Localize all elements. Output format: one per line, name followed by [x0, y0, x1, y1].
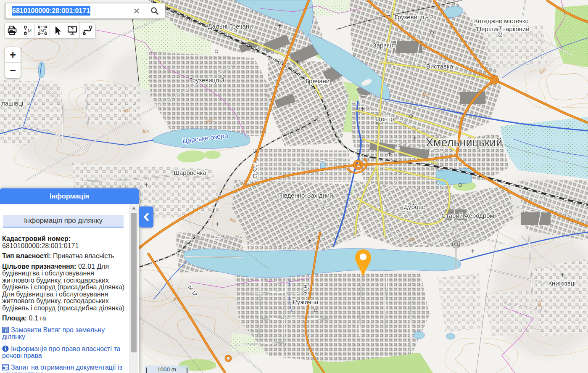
- search-icon: [150, 6, 159, 16]
- scale-bar: 1000 m: [145, 365, 189, 373]
- printer-icon: [6, 24, 18, 36]
- measure-distance-tool-button[interactable]: M: [20, 23, 35, 38]
- link-text: Замовити Витяг про земельну ділянку: [2, 326, 105, 341]
- map-label: Ружична: [293, 298, 319, 305]
- documentation-request-link[interactable]: Запит на отримання документації із земле…: [2, 364, 126, 373]
- map-label: Дальні Гречани: [208, 23, 253, 30]
- info-panel-header: Інформація: [0, 188, 139, 204]
- map-label: Н-03: [302, 285, 308, 296]
- svg-text:M: M: [28, 28, 32, 33]
- chevron-left-icon: [143, 213, 150, 221]
- info-circle-icon: [2, 345, 9, 352]
- map-label: Заріччя: [373, 42, 395, 49]
- app: { "search": { "value": "6810100000:28:00…: [0, 0, 588, 373]
- search-bar: 6810100000:28:001:0171 ×: [5, 3, 165, 19]
- svg-text:2: 2: [43, 27, 45, 30]
- field-label: Цільове призначення:: [2, 263, 76, 270]
- map-label: Т-23-11: [252, 161, 258, 178]
- info-panel-body: Інформація про ділянку Кадастровий номер…: [0, 204, 139, 373]
- map-label: Грузевиця - 2: [395, 13, 434, 21]
- parcel-links: Замовити Витяг про земельну ділянку Інфо…: [2, 327, 126, 373]
- field-label: Площа:: [2, 315, 27, 322]
- map-label: Дубове: [403, 203, 425, 210]
- map-label: Гречани: [306, 77, 330, 85]
- field-designated-purpose: Цільове призначення: 02.01 Для будівницт…: [2, 263, 126, 312]
- field-value: 0.1 га: [29, 315, 46, 322]
- link-text: Запит на отримання документації із земле…: [2, 364, 122, 373]
- route-tool-button[interactable]: [80, 23, 95, 38]
- document-list-icon: [2, 327, 9, 333]
- field-value: Приватна власність: [53, 252, 114, 259]
- map-label: Н-03: [497, 26, 503, 37]
- plus-icon: +: [10, 49, 16, 61]
- zoom-control: + −: [5, 47, 21, 78]
- zoom-in-button[interactable]: +: [5, 47, 21, 63]
- map-label: Котеджне містечко: [474, 17, 529, 24]
- ownership-info-link[interactable]: Інформація про право власності та речові…: [2, 345, 126, 360]
- field-cadastral-number: Кадастровий номер: 6810100000:28:001:017…: [2, 235, 126, 249]
- scrollbar-thumb[interactable]: [131, 213, 137, 352]
- print-tool-button[interactable]: [5, 23, 20, 38]
- parcel-info-subheader: Інформація про ділянку: [3, 215, 124, 228]
- search-input[interactable]: 6810100000:28:001:0171: [5, 3, 129, 19]
- select-cursor-tool-button[interactable]: [50, 23, 65, 38]
- field-value: 6810100000:28:001:0171: [2, 242, 79, 249]
- scale-bar-label: 1000 m: [157, 366, 176, 373]
- parcel-fields: Кадастровий номер: 6810100000:28:001:017…: [2, 235, 126, 322]
- search-button[interactable]: [144, 3, 165, 19]
- scroll-up-button[interactable]: [130, 204, 138, 212]
- field-value: 02.01 Для будівництва і обслуговування ж…: [2, 263, 124, 312]
- order-extract-link[interactable]: Замовити Витяг про земельну ділянку: [2, 327, 126, 341]
- map-label: Старий Аеродром: [441, 212, 494, 219]
- search-value: 6810100000:28:001:0171: [12, 6, 90, 16]
- measure-area-tool-button[interactable]: M 2: [35, 23, 50, 38]
- map-label: Книжківці: [548, 280, 575, 287]
- field-ownership-type: Тип власності: Приватна власність: [2, 253, 126, 260]
- map-label: Хмельницький: [426, 136, 502, 149]
- close-icon: ×: [134, 6, 139, 16]
- identify-tool-button[interactable]: ?: [65, 23, 80, 38]
- minus-icon: −: [10, 64, 16, 77]
- triangle-up-icon: [132, 207, 136, 209]
- info-panel-title: Інформація: [50, 192, 89, 200]
- map-toolbar: M M 2 ?: [5, 23, 95, 38]
- measure-area-icon: M 2: [37, 24, 48, 36]
- map-label: лашівці: [1, 100, 23, 107]
- map-label: Шаровечка: [174, 169, 206, 176]
- map-label: Південно-Західний: [278, 192, 333, 199]
- parcel-info-subtitle: Інформація про ділянку: [24, 217, 103, 225]
- map-label: Виставка: [426, 63, 454, 70]
- contour-label: 300: [409, 237, 416, 242]
- field-area: Площа: 0.1 га: [2, 315, 126, 322]
- contour-label: 300: [537, 300, 541, 307]
- cursor-icon: [52, 25, 63, 36]
- map-label: Центр: [376, 115, 394, 122]
- info-panel: Інформація Інформація про ділянку Кадаст…: [0, 188, 139, 373]
- route-icon: [82, 24, 93, 36]
- measure-distance-icon: M: [21, 24, 33, 36]
- field-label: Кадастровий номер:: [2, 235, 71, 242]
- identify-monitor-icon: ?: [66, 24, 78, 36]
- field-label: Тип власності:: [2, 252, 51, 259]
- document-list-icon: [2, 364, 9, 370]
- collapse-panel-button[interactable]: [139, 206, 153, 228]
- zoom-out-button[interactable]: −: [5, 63, 21, 78]
- map-label: Грузевиця 3: [189, 77, 224, 84]
- clear-search-button[interactable]: ×: [129, 3, 144, 19]
- link-text: Інформація про право власності та речові…: [2, 345, 120, 360]
- svg-text:?: ?: [71, 26, 74, 31]
- panel-scrollbar[interactable]: [129, 204, 138, 373]
